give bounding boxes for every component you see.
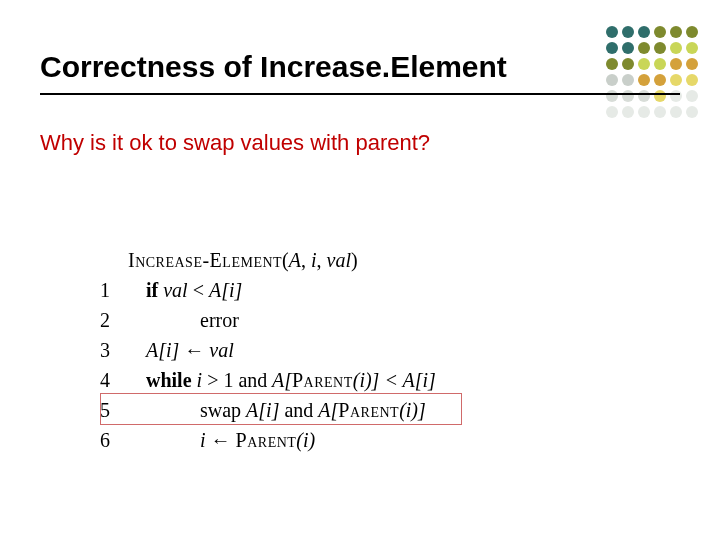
fn-parent: Parent [338,399,399,421]
call-close: (i) [296,429,315,451]
var-val: val [209,339,233,361]
expr-Ai: A[i] [209,279,242,301]
expr-Ai: A[i] [246,399,284,421]
algo-line-2: 2 error [100,305,436,335]
stmt-error: error [128,305,239,335]
slide-subtitle: Why is it ok to swap values with parent? [40,130,430,156]
paren-open: ( [282,249,289,271]
algo-signature: Increase-Element(A, i, val) [100,245,436,275]
slide: Correctness of Increase.Element Why is i… [0,0,720,540]
fn-parent: Parent [236,429,297,451]
pseudocode-block: Increase-Element(A, i, val) 1 if val < A… [100,245,436,455]
fn-name: Increase-Element [128,249,282,271]
slide-title: Correctness of Increase.Element [40,50,580,91]
expr-Aparent-open: A[ [318,399,338,421]
var-i: i [192,369,208,391]
expr-Ai: A[i] [403,369,436,391]
var-i: i [200,429,211,451]
line-number: 6 [100,425,128,455]
op-lt: < [193,279,209,301]
line-number: 2 [100,305,128,335]
line-number: 4 [100,365,128,395]
line-number: 1 [100,275,128,305]
expr-Ai: A[i] [146,339,184,361]
op-assign: ← [184,339,209,361]
word-and: and [284,399,318,421]
algo-line-3: 3 A[i] ← val [100,335,436,365]
kw-if: if [146,279,158,301]
line-number: 5 [100,395,128,425]
title-underline [40,93,680,95]
expr-Aparent-close: (i)] [399,399,426,421]
kw-and: and [238,369,267,391]
algo-line-4: 4 while i > 1 and A[Parent(i)] < A[i] [100,365,436,395]
arg-A: A [289,249,301,271]
stmt-swap: swap [200,399,246,421]
comma: , [301,249,311,271]
title-block: Correctness of Increase.Element [40,50,580,95]
paren-close: ) [351,249,358,271]
algo-line-6: 6 i ← Parent(i) [100,425,436,455]
op-assign: ← [211,429,236,451]
line-number: 3 [100,335,128,365]
expr-Aparent-open: A[ [267,369,292,391]
comma: , [317,249,327,271]
arg-val: val [327,249,351,271]
algo-line-5: 5 swap A[i] and A[Parent(i)] [100,395,436,425]
cond-gt1: > 1 [207,369,238,391]
kw-while: while [146,369,192,391]
fn-parent: Parent [292,369,353,391]
var-val: val [158,279,192,301]
decorative-dot-grid [606,26,700,120]
algo-line-1: 1 if val < A[i] [100,275,436,305]
expr-mid: (i)] < [353,369,403,391]
